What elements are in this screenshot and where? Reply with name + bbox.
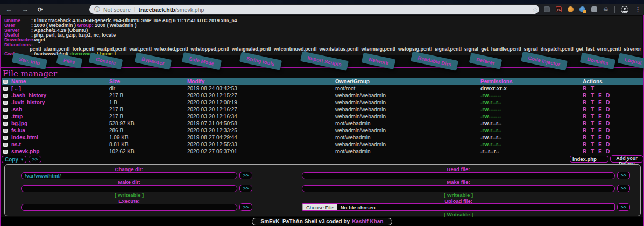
back-icon[interactable]: ← — [5, 6, 12, 13]
no-file-chosen-text: No file chosen — [341, 204, 376, 210]
browser-tab-strip — [0, 0, 644, 4]
divider-line — [1, 69, 643, 69]
browser-chrome: ← → ⟳ ⓘ Not secure | traceback.htb/smevk… — [0, 0, 644, 15]
gray-extension-icon[interactable] — [591, 6, 597, 12]
address-bar[interactable]: ⓘ Not secure | traceback.htb/smevk.php — [89, 5, 539, 14]
bookmark-star-icon[interactable]: ☆ — [532, 6, 538, 13]
deface-filename-input[interactable] — [570, 156, 608, 163]
row-actions[interactable]: R T — [581, 85, 643, 92]
divider-line — [1, 67, 643, 68]
upload-file-input[interactable]: Choose File No file chosen — [302, 203, 615, 211]
tc-extension-icon[interactable]: TC — [556, 6, 562, 12]
file-manager-title: File manager — [3, 69, 57, 79]
file-name-link[interactable]: fs.lua — [10, 127, 108, 134]
shell-credit-pill: SmEvK_PaThAn Shell v3 coded by Kashif Kh… — [252, 218, 393, 225]
orange-ball-extension-icon[interactable] — [568, 6, 574, 12]
row-actions[interactable]: R T E D — [581, 113, 643, 120]
credit-text: SmEvK_PaThAn Shell v3 coded by — [261, 218, 350, 224]
file-name-link[interactable]: [ .. ] — [10, 85, 108, 92]
forward-icon[interactable]: → — [22, 6, 29, 13]
change-dir-go-button[interactable]: >> — [239, 172, 252, 179]
execute-go-button[interactable]: >> — [239, 203, 252, 211]
writeable-status: [ Writeable ] — [302, 192, 615, 198]
row-actions[interactable]: R T E D — [581, 141, 643, 148]
actions-form-panel: Change dir: Read file: >> >> Make dir: M… — [4, 164, 641, 216]
extension-icon[interactable] — [544, 6, 550, 12]
table-row: .ssh217 B2020-03-20 12:16:27webadmin/web… — [2, 106, 643, 113]
upload-go-button[interactable]: >> — [617, 203, 630, 211]
row-actions[interactable]: R T E D — [581, 92, 643, 99]
divider-line — [1, 163, 643, 163]
select-all-checkbox[interactable] — [3, 80, 8, 84]
row-checkbox[interactable] — [3, 108, 8, 112]
blue-badge-extension-icon[interactable] — [579, 6, 585, 12]
execute-input[interactable] — [21, 204, 237, 211]
row-actions[interactable]: R T E D — [581, 106, 643, 113]
header-modify: Modify — [186, 78, 334, 85]
security-label: Not secure — [103, 6, 131, 13]
table-row: .tmp217 B2020-03-20 12:16:34webadmin/web… — [2, 113, 643, 120]
header-perms: Permissions — [479, 78, 581, 85]
webshell-page: Uname: Linux traceback 4.15.0-58-generic… — [0, 15, 644, 226]
header-actions: Actions — [581, 78, 643, 85]
row-actions[interactable]: R T E D — [581, 99, 643, 106]
table-row: bg.jpg528.97 KB2019-07-31 04:50:58root/w… — [2, 120, 643, 127]
change-dir-input[interactable] — [21, 172, 237, 179]
read-file-go-button[interactable]: >> — [617, 172, 630, 179]
row-checkbox[interactable] — [3, 94, 8, 98]
table-row: .bash_history217 B2020-03-20 12:15:27web… — [2, 92, 643, 99]
make-file-go-button[interactable]: >> — [617, 185, 630, 192]
row-actions[interactable]: R T E D — [581, 148, 643, 155]
system-info-panel: Uname: Linux traceback 4.15.0-58-generic… — [2, 16, 642, 55]
writeable-status: [ Writeable ] — [21, 192, 237, 198]
author-link[interactable]: Kashif Khan — [352, 218, 383, 224]
file-name-link[interactable]: .bash_history — [10, 92, 108, 99]
make-dir-go-button[interactable]: >> — [239, 185, 252, 192]
file-name-link[interactable]: bg.jpg — [10, 120, 108, 127]
toolbar-divider — [614, 6, 615, 13]
header-name: Name — [10, 78, 108, 85]
make-dir-input[interactable] — [21, 185, 237, 192]
row-checkbox[interactable] — [3, 115, 8, 119]
menu-kebab-icon[interactable]: ⋮ — [634, 6, 641, 13]
choose-file-button[interactable]: Choose File — [302, 203, 337, 211]
page-info-icon[interactable]: ⓘ — [94, 6, 100, 12]
row-checkbox[interactable] — [3, 150, 8, 154]
tab-files[interactable]: Files — [56, 53, 83, 68]
file-name-link[interactable]: ns.t — [10, 141, 108, 148]
row-checkbox[interactable] — [3, 122, 8, 126]
file-table: Name Size Modify Owner/Group Permissions… — [2, 78, 643, 155]
url-host: traceback.htb — [138, 6, 175, 13]
reload-icon[interactable]: ⟳ — [38, 6, 43, 13]
url-text: traceback.htb/smevk.php — [138, 6, 204, 13]
add-deface-button[interactable]: Add your Deface — [610, 155, 643, 163]
footer-bar: SmEvK_PaThAn Shell v3 coded by Kashif Kh… — [1, 217, 643, 226]
row-actions[interactable]: R T E D — [581, 120, 643, 127]
url-path: /smevk.php — [175, 6, 204, 13]
read-file-input[interactable] — [302, 172, 615, 179]
row-actions[interactable]: R T E D — [581, 127, 643, 134]
profile-avatar-icon[interactable] — [621, 6, 628, 13]
row-actions[interactable]: R T E D — [581, 134, 643, 141]
apply-action-button[interactable]: >> — [29, 156, 41, 163]
header-size: Size — [108, 78, 186, 85]
table-row: fs.lua286 B2020-03-20 12:33:25webadmin/w… — [2, 127, 643, 134]
file-name-link[interactable]: index.html — [10, 134, 108, 141]
row-checkbox[interactable] — [3, 136, 8, 140]
table-row: .luvit_history1 B2020-03-20 12:08:19weba… — [2, 99, 643, 106]
browser-toolbar: ← → ⟳ ⓘ Not secure | traceback.htb/smevk… — [0, 4, 644, 15]
row-checkbox[interactable] — [3, 87, 8, 91]
table-header-row: Name Size Modify Owner/Group Permissions… — [2, 78, 643, 85]
file-action-select[interactable]: Copy▾ — [2, 156, 26, 163]
table-row: ns.t8.81 KB2020-03-20 12:55:33webadmin/w… — [2, 141, 643, 148]
file-name-link[interactable]: smevk.php — [10, 148, 108, 155]
table-row: [ .. ]dir2019-08-24 03:42:53root/rootdrw… — [2, 85, 643, 92]
row-checkbox[interactable] — [3, 129, 8, 133]
file-name-link[interactable]: .tmp — [10, 113, 108, 120]
file-name-link[interactable]: .ssh — [10, 106, 108, 113]
make-file-input[interactable] — [302, 185, 615, 192]
skull-extension-icon[interactable]: ☠ — [603, 6, 608, 12]
file-name-link[interactable]: .luvit_history — [10, 99, 108, 106]
row-checkbox[interactable] — [3, 101, 8, 105]
row-checkbox[interactable] — [3, 143, 8, 147]
